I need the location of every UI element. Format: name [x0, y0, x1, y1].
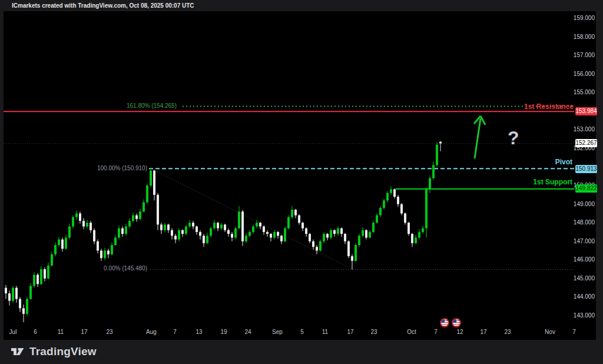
candle: [125, 224, 127, 236]
candle: [298, 214, 300, 224]
candle: [259, 222, 261, 230]
candle: [40, 266, 42, 285]
candle: [104, 248, 106, 260]
price-tick-label: 156.000: [559, 71, 595, 77]
candle: [8, 290, 11, 305]
candle: [439, 141, 442, 151]
price-tick-label: 147.000: [559, 238, 595, 244]
candle: [61, 237, 64, 252]
time-tick-label: 23: [370, 329, 377, 335]
resistance-label[interactable]: 1st Resistance: [524, 102, 574, 111]
candle: [284, 226, 286, 242]
candle: [146, 184, 148, 204]
fib-trend-line[interactable]: [151, 168, 353, 269]
time-tick-label: 6: [34, 329, 37, 335]
candle: [174, 234, 177, 243]
candle: [15, 286, 18, 302]
candle: [411, 233, 413, 247]
arrow-up-annotation[interactable]: [474, 116, 485, 158]
candle: [344, 233, 346, 244]
candle: [400, 203, 403, 216]
candle: [54, 242, 57, 256]
candle: [29, 283, 32, 300]
candle: [354, 243, 357, 262]
candle: [188, 220, 191, 228]
candle: [227, 229, 230, 237]
candle: [171, 229, 173, 240]
candle: [217, 222, 219, 231]
time-tick-label: 17: [81, 329, 87, 335]
candle: [340, 227, 343, 237]
candle: [273, 230, 276, 240]
candle: [397, 195, 399, 207]
candlestick-plot[interactable]: [0, 0, 603, 364]
candle: [132, 213, 134, 223]
time-tick-label: Jul: [9, 329, 17, 335]
price-tick-label: 144.000: [559, 293, 595, 300]
candle: [121, 226, 124, 236]
price-tick-label: 146.000: [559, 256, 595, 263]
candle: [58, 237, 60, 247]
candle: [19, 297, 21, 312]
candle: [376, 213, 378, 223]
candle: [178, 229, 180, 241]
candle: [167, 224, 170, 233]
fib-level-161-label: 161.80% (154.265): [127, 102, 177, 109]
time-tick-label: 11: [322, 329, 328, 335]
candle: [33, 272, 35, 288]
candle: [203, 234, 205, 247]
candle: [358, 234, 360, 247]
candle: [312, 240, 314, 250]
time-tick-label: 24: [244, 329, 251, 335]
price-tick-label: 158.000: [559, 34, 595, 40]
candle: [266, 230, 269, 237]
price-tick-label: 153.000: [559, 126, 595, 133]
time-tick-label: 7: [173, 329, 177, 335]
candle: [372, 221, 375, 233]
candle: [425, 187, 428, 237]
candle: [22, 305, 25, 322]
us-flag-icon: [452, 318, 461, 327]
candle: [185, 224, 187, 236]
time-tick-label: 23: [504, 329, 511, 335]
time-tick-label: 7: [434, 329, 438, 335]
us-flag-icon: [440, 318, 449, 327]
candle: [128, 218, 131, 228]
candle: [12, 286, 14, 302]
price-tick-label: 157.000: [559, 52, 595, 58]
candle: [422, 226, 424, 234]
candle: [210, 226, 212, 237]
question-mark-annotation[interactable]: ?: [508, 127, 519, 149]
time-tick-label: 17: [347, 329, 353, 335]
candle: [164, 223, 166, 232]
price-tick-label: 159.000: [559, 15, 595, 21]
time-tick-label: Nov: [545, 329, 555, 335]
candle: [277, 231, 279, 239]
pivot-price-tag: 150.913: [575, 165, 597, 173]
candle: [390, 187, 392, 195]
candle: [26, 297, 28, 316]
tradingview-logo-icon: [11, 346, 25, 357]
pivot-label[interactable]: Pivot: [555, 158, 572, 166]
time-tick-label: Sep: [272, 329, 283, 335]
candle: [351, 254, 353, 270]
candle: [323, 232, 325, 243]
support-price-tag: 149.822: [575, 184, 597, 193]
candle: [404, 213, 406, 225]
candle: [181, 229, 184, 237]
price-tick-label: 145.000: [559, 275, 595, 282]
tradingview-watermark: TradingView: [11, 345, 97, 358]
candle: [5, 285, 7, 299]
candle: [241, 210, 244, 246]
candle: [135, 213, 138, 221]
time-tick-label: 23: [106, 329, 112, 335]
candle: [337, 226, 339, 236]
candle: [386, 191, 389, 203]
candle: [270, 233, 272, 241]
candle: [234, 226, 237, 239]
candle: [280, 235, 283, 244]
candle: [330, 229, 332, 240]
candle: [291, 206, 293, 219]
candle: [418, 229, 420, 239]
candle: [150, 168, 152, 188]
